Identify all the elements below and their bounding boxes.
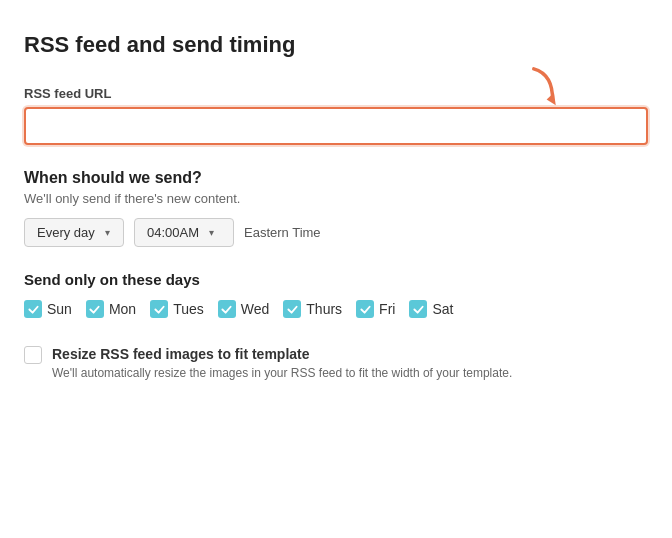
resize-checkbox[interactable] bbox=[24, 346, 42, 364]
day-checkbox-thurs[interactable] bbox=[283, 300, 301, 318]
day-item-sun: Sun bbox=[24, 300, 72, 318]
day-item-fri: Fri bbox=[356, 300, 395, 318]
days-section: Send only on these days SunMonTuesWedThu… bbox=[24, 271, 648, 318]
day-item-wed: Wed bbox=[218, 300, 270, 318]
day-checkbox-tues[interactable] bbox=[150, 300, 168, 318]
resize-section: Resize RSS feed images to fit template W… bbox=[24, 342, 648, 382]
day-label-fri: Fri bbox=[379, 301, 395, 317]
time-dropdown[interactable]: 04:00AM ▾ bbox=[134, 218, 234, 247]
day-label-sun: Sun bbox=[47, 301, 72, 317]
timezone-label: Eastern Time bbox=[244, 225, 321, 240]
days-row: SunMonTuesWedThursFriSat bbox=[24, 300, 648, 318]
day-label-thurs: Thurs bbox=[306, 301, 342, 317]
day-item-tues: Tues bbox=[150, 300, 204, 318]
day-label-wed: Wed bbox=[241, 301, 270, 317]
resize-subtext: We'll automatically resize the images in… bbox=[52, 365, 512, 382]
day-item-mon: Mon bbox=[86, 300, 136, 318]
day-label-sat: Sat bbox=[432, 301, 453, 317]
frequency-label: Every day bbox=[37, 225, 95, 240]
day-checkbox-sat[interactable] bbox=[409, 300, 427, 318]
day-label-mon: Mon bbox=[109, 301, 136, 317]
send-subtext: We'll only send if there's new content. bbox=[24, 191, 648, 206]
day-label-tues: Tues bbox=[173, 301, 204, 317]
time-chevron: ▾ bbox=[209, 227, 214, 238]
day-checkbox-sun[interactable] bbox=[24, 300, 42, 318]
rss-url-label: RSS feed URL bbox=[24, 86, 648, 101]
send-controls: Every day ▾ 04:00AM ▾ Eastern Time bbox=[24, 218, 648, 247]
send-timing-section: When should we send? We'll only send if … bbox=[24, 169, 648, 247]
rss-url-section: RSS feed URL bbox=[24, 86, 648, 145]
url-input-wrapper bbox=[24, 107, 648, 145]
frequency-chevron: ▾ bbox=[105, 227, 110, 238]
frequency-dropdown[interactable]: Every day ▾ bbox=[24, 218, 124, 247]
resize-label-group: Resize RSS feed images to fit template W… bbox=[52, 346, 512, 382]
page-title: RSS feed and send timing bbox=[24, 32, 648, 58]
days-heading: Send only on these days bbox=[24, 271, 648, 288]
day-checkbox-fri[interactable] bbox=[356, 300, 374, 318]
send-heading: When should we send? bbox=[24, 169, 648, 187]
rss-url-input[interactable] bbox=[24, 107, 648, 145]
time-label: 04:00AM bbox=[147, 225, 199, 240]
day-checkbox-wed[interactable] bbox=[218, 300, 236, 318]
resize-title: Resize RSS feed images to fit template bbox=[52, 346, 512, 362]
day-item-sat: Sat bbox=[409, 300, 453, 318]
day-item-thurs: Thurs bbox=[283, 300, 342, 318]
day-checkbox-mon[interactable] bbox=[86, 300, 104, 318]
